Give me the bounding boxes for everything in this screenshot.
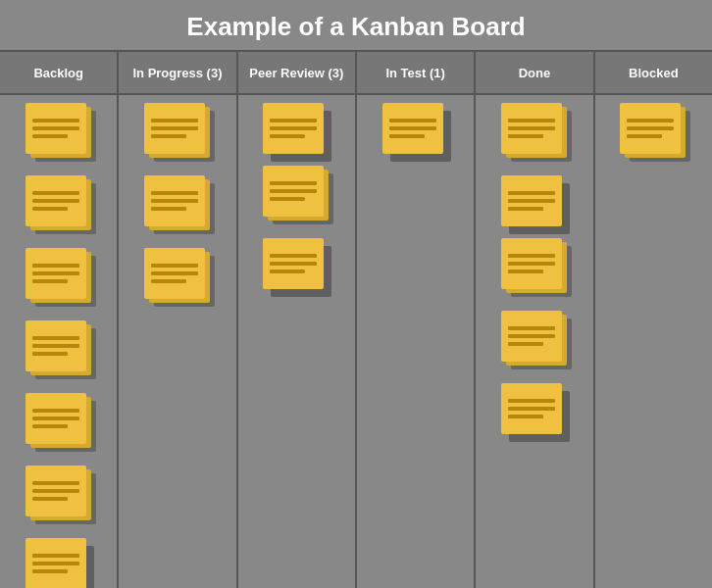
col-peer-review <box>238 95 357 588</box>
list-item <box>501 103 568 170</box>
list-item <box>144 103 211 170</box>
list-item <box>25 466 92 532</box>
col-in-test <box>357 95 476 588</box>
list-item <box>144 248 211 315</box>
list-item <box>501 383 568 440</box>
list-item <box>501 175 568 232</box>
col-backlog <box>0 95 119 588</box>
list-item <box>501 311 568 377</box>
col-header-peer-review: Peer Review (3) <box>238 52 357 95</box>
kanban-board: Backlog In Progress (3) Peer Review (3) … <box>0 50 712 588</box>
list-item <box>263 103 330 160</box>
list-item <box>263 166 330 232</box>
col-header-blocked: Blocked <box>595 52 712 95</box>
col-header-done: Done <box>476 52 594 95</box>
list-item <box>620 103 687 170</box>
col-header-in-progress: In Progress (3) <box>119 52 237 95</box>
page-title: Example of a Kanban Board <box>0 0 712 50</box>
list-item <box>25 538 92 588</box>
list-item <box>144 175 211 242</box>
board-body <box>0 95 712 588</box>
col-in-progress <box>119 95 237 588</box>
list-item <box>25 103 92 170</box>
list-item <box>263 238 330 295</box>
list-item <box>501 238 568 305</box>
list-item <box>25 175 92 242</box>
col-header-in-test: In Test (1) <box>357 52 476 95</box>
col-done <box>476 95 594 588</box>
list-item <box>25 393 92 460</box>
list-item <box>25 320 92 387</box>
col-header-backlog: Backlog <box>0 52 119 95</box>
board-header: Backlog In Progress (3) Peer Review (3) … <box>0 52 712 95</box>
list-item <box>382 103 449 160</box>
list-item <box>25 248 92 315</box>
col-blocked <box>595 95 712 588</box>
